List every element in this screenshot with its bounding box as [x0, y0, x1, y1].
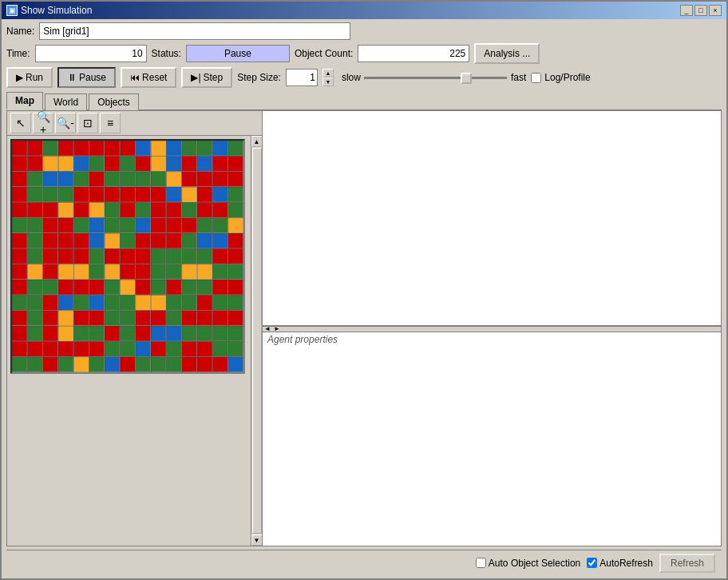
tab-objects[interactable]: Objects [89, 93, 139, 110]
scroll-down-arrow[interactable]: ▼ [251, 534, 263, 546]
tab-bar: Map World Objects [6, 91, 722, 111]
auto-refresh-checkbox[interactable] [587, 558, 597, 568]
time-field[interactable] [35, 45, 147, 62]
pause-icon: ⏸ [67, 72, 77, 83]
title-bar: ▣ Show Simulation _ □ × [2, 2, 726, 19]
speed-slider-track[interactable] [364, 77, 508, 80]
agent-properties-area: Agent properties [263, 332, 721, 546]
zoom-in-button[interactable]: 🔍+ [33, 113, 53, 133]
name-field[interactable] [39, 22, 350, 40]
title-bar-buttons: _ □ × [680, 5, 722, 16]
step-button[interactable]: ▶| Step [181, 67, 232, 88]
window-icon: ▣ [6, 5, 18, 16]
right-panel: ◄ ► Agent properties [263, 111, 721, 546]
spin-up-button[interactable]: ▲ [322, 69, 334, 77]
pause-button[interactable]: ⏸ Pause [57, 67, 116, 88]
divider-bar[interactable]: ◄ ► [263, 326, 721, 332]
tabs-area: Map World Objects ↖ 🔍+ 🔍- ⊡ ≡ [6, 91, 722, 546]
map-container: ▲ ▼ [7, 136, 262, 546]
main-content: ↖ 🔍+ 🔍- ⊡ ≡ ▲ ▼ [6, 111, 722, 546]
map-toolbar: ↖ 🔍+ 🔍- ⊡ ≡ [7, 111, 262, 136]
run-icon: ▶ [16, 72, 23, 83]
title-bar-left: ▣ Show Simulation [6, 5, 92, 16]
reset-icon: ⏮ [130, 72, 140, 83]
agent-properties-label: Agent properties [263, 332, 721, 347]
refresh-button[interactable]: Refresh [659, 554, 715, 573]
auto-object-selection-checkbox[interactable] [476, 558, 486, 568]
analysis-button[interactable]: Analysis ... [474, 43, 540, 64]
log-profile-row: Log/Profile [531, 72, 590, 83]
close-button[interactable]: × [709, 5, 722, 16]
run-button[interactable]: ▶ Run [6, 67, 53, 88]
name-label: Name: [6, 26, 34, 37]
step-size-field[interactable] [286, 69, 318, 86]
minimize-button[interactable]: _ [680, 5, 693, 16]
speed-slider-thumb[interactable] [461, 73, 472, 84]
display-area [263, 111, 721, 326]
map-scrollbar: ▲ ▼ [251, 136, 262, 546]
controls-row: ▶ Run ⏸ Pause ⏮ Reset ▶| Step Step Size:… [6, 67, 722, 88]
name-row: Name: [6, 22, 722, 40]
time-label: Time: [6, 48, 30, 59]
slow-label: slow [342, 72, 361, 83]
auto-object-selection-label: Auto Object Selection [476, 558, 580, 569]
main-window: ▣ Show Simulation _ □ × Name: Time: Stat… [0, 0, 728, 580]
speed-slider-row: slow fast [342, 72, 526, 83]
bottom-bar: Auto Object Selection AutoRefresh Refres… [6, 550, 722, 575]
options-button[interactable]: ≡ [100, 113, 121, 133]
log-profile-checkbox[interactable] [531, 73, 541, 83]
status-label: Status: [152, 48, 181, 59]
zoom-reset-button[interactable]: ⊡ [77, 113, 98, 133]
left-panel: ↖ 🔍+ 🔍- ⊡ ≡ ▲ ▼ [7, 111, 263, 546]
auto-refresh-label: AutoRefresh [587, 558, 653, 569]
window-body: Name: Time: Status: Pause Object Count: … [2, 19, 726, 578]
fast-label: fast [511, 72, 526, 83]
step-size-spinner: ▲ ▼ [322, 69, 334, 86]
scroll-thumb[interactable] [252, 148, 262, 534]
tab-world[interactable]: World [45, 93, 87, 110]
window-title: Show Simulation [21, 5, 92, 16]
object-count-field[interactable] [358, 45, 469, 62]
info-row: Time: Status: Pause Object Count: Analys… [6, 43, 722, 64]
status-field: Pause [186, 45, 290, 62]
maximize-button[interactable]: □ [694, 5, 707, 16]
step-size-label: Step Size: [237, 72, 281, 83]
map-canvas[interactable] [10, 139, 245, 374]
reset-button[interactable]: ⏮ Reset [121, 67, 176, 88]
step-icon: ▶| [191, 72, 200, 83]
zoom-out-button[interactable]: 🔍- [55, 113, 76, 133]
log-profile-label: Log/Profile [544, 72, 590, 83]
spin-down-button[interactable]: ▼ [322, 77, 334, 86]
object-count-label: Object Count: [295, 48, 353, 59]
select-tool-button[interactable]: ↖ [10, 113, 31, 133]
scroll-up-arrow[interactable]: ▲ [251, 136, 263, 147]
tab-map[interactable]: Map [6, 92, 43, 110]
